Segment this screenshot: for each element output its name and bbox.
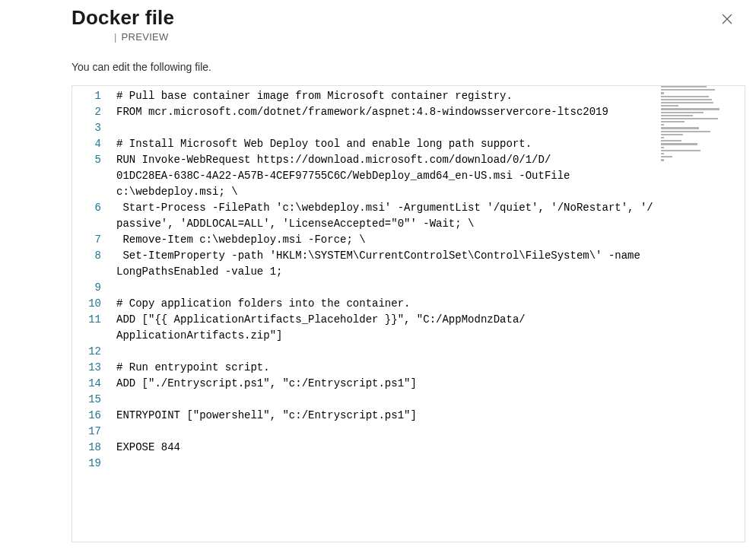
line-number [72,168,101,184]
minimap-line [661,99,712,100]
line-number [72,184,101,200]
code-line[interactable]: ADD ["{{ ApplicationArtifacts_Placeholde… [116,312,661,328]
code-line-wrap[interactable]: passive', 'ADDLOCAL=ALL', 'LicenseAccept… [116,216,661,232]
minimap-line [661,118,718,119]
line-number: 2 [72,104,101,120]
line-number: 16 [72,408,101,424]
minimap-line [661,108,719,110]
code-line[interactable]: # Run entrypoint script. [116,360,661,376]
minimap-line [661,102,713,103]
line-number: 15 [72,392,101,408]
code-line[interactable] [116,344,661,360]
code-line[interactable]: RUN Invoke-WebRequest https://download.m… [116,152,661,168]
badge-text: PREVIEW [122,31,169,43]
code-line[interactable] [116,424,661,440]
code-line[interactable]: Set-ItemProperty -path 'HKLM:\SYSTEM\Cur… [116,248,661,264]
minimap-line [661,159,664,160]
left-rail [0,0,62,553]
line-number: 8 [72,248,101,264]
code-line-wrap[interactable]: ApplicationArtifacts.zip"] [116,328,661,344]
edit-hint: You can edit the following file. [62,43,756,81]
line-number: 11 [72,312,101,328]
minimap-line [661,140,681,141]
code-line-wrap[interactable]: c:\webdeploy.msi; \ [116,184,661,200]
code-line[interactable]: Remove-Item c:\webdeploy.msi -Force; \ [116,232,661,248]
line-number: 12 [72,344,101,360]
panel-header: Docker file | PREVIEW [62,0,756,43]
line-number-gutter: 12345678910111213141516171819 [72,86,116,542]
line-number: 3 [72,120,101,136]
code-line[interactable]: ADD ["./Entryscript.ps1", "c:/Entryscrip… [116,376,661,392]
code-editor[interactable]: 12345678910111213141516171819 # Pull bas… [71,85,745,542]
line-number: 4 [72,136,101,152]
editor-viewport[interactable]: 12345678910111213141516171819 # Pull bas… [72,86,745,542]
minimap-line [661,127,699,129]
line-number: 18 [72,440,101,456]
dockerfile-panel: Docker file | PREVIEW You can edit the f… [62,0,756,553]
code-line[interactable]: FROM mcr.microsoft.com/dotnet/framework/… [116,104,661,120]
minimap-line [661,112,704,113]
code-line[interactable] [116,280,661,296]
code-line[interactable]: EXPOSE 844 [116,440,661,456]
header-left: Docker file | PREVIEW [71,6,174,43]
line-number [72,328,101,344]
code-line[interactable] [116,456,661,472]
page-title: Docker file [71,6,174,30]
code-line[interactable]: # Install Microsoft Web Deploy tool and … [116,136,661,152]
minimap-line [661,143,697,145]
minimap-line [661,89,715,91]
line-number: 1 [72,88,101,104]
code-line[interactable]: ENTRYPOINT ["powershell", "c:/Entryscrip… [116,408,661,424]
minimap-line [661,96,709,97]
code-line[interactable]: Start-Process -FilePath 'c:\webdeploy.ms… [116,200,661,216]
minimap-line [661,105,678,106]
line-number: 14 [72,376,101,392]
minimap-line [661,121,685,122]
code-line-wrap[interactable]: LongPathsEnabled -value 1; [116,264,661,280]
line-number: 19 [72,456,101,472]
code-line-wrap[interactable]: 01DC28EA-638C-4A22-A57B-4CEF97755C6C/Web… [116,168,661,184]
minimap-line [661,115,693,116]
line-number [72,264,101,280]
code-content[interactable]: # Pull base container image from Microso… [116,86,661,542]
minimap-line [661,92,664,94]
line-number: 13 [72,360,101,376]
minimap-line [661,134,683,135]
line-number: 5 [72,152,101,168]
minimap-line [661,153,664,154]
close-icon [722,14,732,27]
preview-badge: | PREVIEW [71,31,174,43]
line-number: 7 [72,232,101,248]
minimap-line [661,131,710,132]
minimap[interactable] [661,86,734,132]
close-button[interactable] [715,8,739,32]
minimap-line [661,147,664,148]
line-number: 17 [72,424,101,440]
line-number: 10 [72,296,101,312]
minimap-line [661,124,664,126]
code-line[interactable] [116,120,661,136]
line-number: 9 [72,280,101,296]
minimap-line [661,150,700,151]
line-number [72,216,101,232]
line-number: 6 [72,200,101,216]
minimap-line [661,86,707,87]
minimap-line [661,137,664,138]
code-line[interactable] [116,392,661,408]
code-line[interactable]: # Copy application folders into the cont… [116,296,661,312]
minimap-line [661,156,672,157]
badge-pipe: | [114,31,119,43]
code-line[interactable]: # Pull base container image from Microso… [116,88,661,104]
